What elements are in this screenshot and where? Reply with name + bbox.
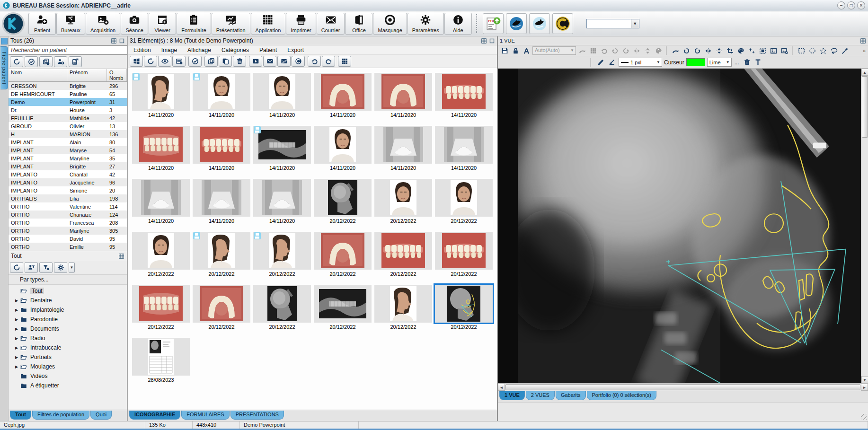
letter-t-button[interactable] <box>753 58 763 67</box>
paste-button[interactable] <box>219 56 232 67</box>
trash-button[interactable] <box>742 58 753 67</box>
thumbnail-item[interactable]: 14/11/2020 <box>132 126 190 175</box>
thumbnail-image-document[interactable] <box>132 338 190 376</box>
tree-expand-arrow-icon[interactable]: ▶ <box>15 308 20 312</box>
c-circle-button[interactable] <box>292 56 305 67</box>
tab-presentations[interactable]: PRESENTATIONS <box>230 411 284 420</box>
flip-h-button[interactable] <box>631 46 642 55</box>
thumbnail-image-portrait-front[interactable] <box>314 126 372 164</box>
thumbnail-item[interactable]: 14/11/2020 <box>253 126 311 175</box>
thumbnail-item[interactable]: 20/12/2022 <box>374 179 433 228</box>
thumbnail-image-portrait-profile[interactable] <box>374 285 432 323</box>
refresh-button[interactable] <box>144 56 157 67</box>
table-row[interactable]: DemoPowerpoint31 <box>9 98 127 106</box>
menu-edition[interactable]: Edition <box>133 47 151 53</box>
table-row[interactable]: IMPLANTMaryse54 <box>9 146 127 154</box>
tree-expand-arrow-icon[interactable]: ▶ <box>15 298 20 303</box>
rotate-right-button[interactable] <box>692 46 702 55</box>
table-row[interactable]: ORTHOEmilie95 <box>9 243 127 251</box>
tree-item-implantologie[interactable]: ▶Implantologie <box>9 305 127 315</box>
thumbnail-item[interactable]: 20/12/2022 <box>192 285 251 334</box>
refresh-button[interactable] <box>10 56 23 67</box>
toolbar-button-courrier[interactable]: Courrier <box>317 13 345 35</box>
trash-button[interactable] <box>233 56 246 67</box>
frame-img-button[interactable] <box>768 46 779 55</box>
thumbnail-item[interactable]: 20/12/2022 <box>132 232 190 281</box>
flip-h-button[interactable] <box>703 46 713 55</box>
color-name-dropdown[interactable]: Lime ▼ <box>707 58 732 67</box>
save-button[interactable] <box>499 46 510 55</box>
toolbar-button-patient[interactable]: Patient <box>28 13 56 35</box>
thumbnail-item[interactable]: 20/12/2022 <box>434 232 493 281</box>
table-row[interactable]: IMPLANTOChantal42 <box>9 170 127 178</box>
tree-expand-arrow-icon[interactable]: ▶ <box>15 365 20 369</box>
toolbar-button-presentation[interactable]: Présentation <box>212 13 250 35</box>
thumbnail-image-model[interactable] <box>132 179 190 217</box>
thumbnail-item[interactable]: 20/12/2022 <box>374 232 433 281</box>
palette-button[interactable] <box>735 46 746 55</box>
thumbnail-item[interactable]: 14/11/2020 <box>132 73 190 122</box>
menu-patient[interactable]: Patient <box>259 47 277 53</box>
tree-item-tout[interactable]: Tout <box>9 286 127 296</box>
thumbnail-item[interactable]: 14/11/2020 <box>253 73 311 122</box>
table-row[interactable]: ORTHALISLilia198 <box>9 194 127 202</box>
toolbar-overflow-chevrons[interactable]: » <box>863 48 867 53</box>
thumbnail-item[interactable]: 14/11/2020 <box>192 179 251 228</box>
tab-formulaires[interactable]: FORMULAIRES <box>181 411 229 420</box>
scrollbar-thumb[interactable] <box>862 76 868 138</box>
thumbnail-image-portrait-front[interactable] <box>374 179 432 217</box>
select-ellipse-button[interactable] <box>807 46 817 55</box>
copy-button[interactable] <box>204 56 218 67</box>
column-header-prenom[interactable]: Prénom <box>67 69 107 81</box>
tab-filtres-de-population[interactable]: Filtres de population <box>32 411 89 420</box>
menu-affichage[interactable]: Affichage <box>187 47 211 53</box>
column-header-nombre[interactable]: O. Nomb <box>107 69 127 81</box>
square-icon[interactable] <box>489 38 495 44</box>
table-row[interactable]: IMPLANTOSimone20 <box>9 186 127 194</box>
more-options-label[interactable]: ... <box>735 59 739 66</box>
preset-dropdown[interactable]: ▼ <box>586 19 639 28</box>
thumbnail-item[interactable]: 14/11/2020 <box>253 179 311 228</box>
maximize-button[interactable]: □ <box>847 1 855 9</box>
square-icon[interactable] <box>119 38 125 44</box>
flip-v-button[interactable] <box>714 46 724 55</box>
thumbnail-image-portrait-front[interactable] <box>132 232 190 270</box>
thumbnail-image-xray-pano[interactable] <box>253 126 311 164</box>
thumbnail-item[interactable]: 20/12/2022 <box>132 285 190 334</box>
toolbar-button-application[interactable]: Application <box>251 13 286 35</box>
thumbnail-item[interactable]: 14/11/2020 <box>132 179 190 228</box>
toolbar-button-formulaire[interactable]: Formulaire <box>177 13 211 35</box>
redo-button[interactable] <box>322 56 335 67</box>
filter-button[interactable] <box>39 262 53 273</box>
undo-button[interactable] <box>599 46 609 55</box>
tree-expand-arrow-icon[interactable]: ▶ <box>15 346 20 350</box>
wand-button[interactable] <box>840 46 850 55</box>
thumbnail-image-occlusal[interactable] <box>374 73 432 111</box>
tree-item-dentaire[interactable]: ▶Dentaire <box>9 296 127 305</box>
table-row[interactable]: Dr.House3 <box>9 106 127 114</box>
mail-off-button[interactable] <box>277 56 291 67</box>
mail-button[interactable] <box>263 56 276 67</box>
thumbnail-item[interactable]: 14/11/2020 <box>313 73 372 122</box>
tree-expand-arrow-icon[interactable]: ▶ <box>15 355 20 360</box>
toolbar-button-seance[interactable]: Séance <box>121 13 148 35</box>
arc-button[interactable] <box>670 46 681 55</box>
table-row[interactable]: IMPLANTBrigitte27 <box>9 162 127 170</box>
palette-button[interactable] <box>653 46 664 55</box>
thumbnail-image-portrait-profile[interactable] <box>132 73 190 111</box>
table-row[interactable]: ORTHODavid95 <box>9 235 127 243</box>
thumbnail-item[interactable]: 14/11/2020 <box>374 73 433 122</box>
pencil-button[interactable] <box>595 58 606 67</box>
grid-icon[interactable] <box>481 38 487 44</box>
export-button[interactable] <box>69 56 82 67</box>
thumbnail-image-intraoral[interactable] <box>132 285 190 323</box>
search-input[interactable] <box>9 45 127 54</box>
types-list-header[interactable]: Par types... <box>9 274 127 285</box>
table-row[interactable]: HMARION136 <box>9 130 127 138</box>
thumbnail-item[interactable]: 14/11/2020 <box>434 73 493 122</box>
person-add-button[interactable] <box>54 56 67 67</box>
scroll-down-icon[interactable]: ▼ <box>861 376 868 383</box>
thumbnail-image-xray-pano[interactable] <box>314 285 372 323</box>
xray-viewport[interactable] <box>498 69 861 383</box>
table-row[interactable]: CRESSONBrigitte296 <box>9 82 127 90</box>
